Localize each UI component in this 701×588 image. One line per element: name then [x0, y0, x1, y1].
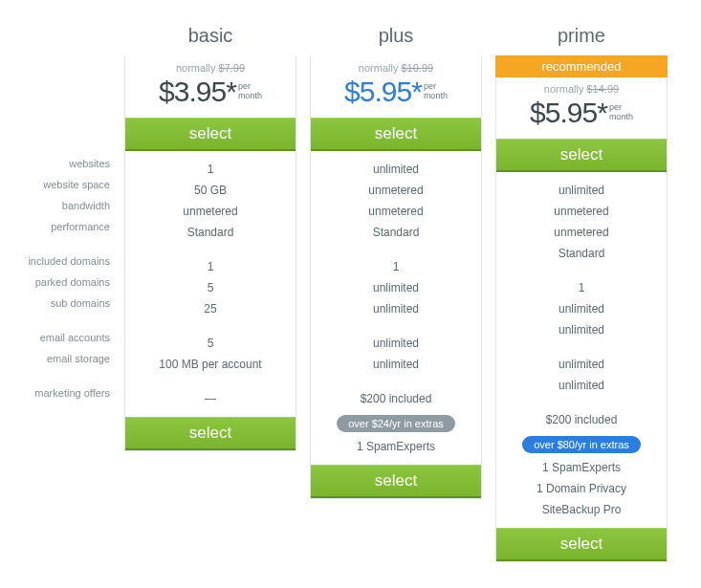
label-email-accounts: email accounts — [0, 327, 110, 348]
plan-prime-normal-price: $14.99 — [586, 83, 619, 95]
feat-prime-marketing: $200 included — [502, 409, 661, 430]
feat-basic-website-space: 50 GB — [131, 180, 290, 201]
label-sub-domains: sub domains — [0, 293, 110, 314]
label-website-space: website space — [0, 174, 110, 195]
select-basic-top-button[interactable]: select — [125, 118, 296, 151]
feat-plus-included-domains: 1 — [317, 256, 475, 277]
plan-plus-title: plus — [310, 19, 482, 56]
feat-prime-email-storage: unlimited — [502, 375, 661, 396]
label-websites: websites — [0, 153, 110, 174]
plan-prime-header: normally $14.99 $5.95* permonth — [496, 77, 667, 139]
plan-basic-features: 1 50 GB unmetered Standard 1 5 25 5 100 … — [125, 151, 296, 417]
prime-extra-2: SiteBackup Pro — [502, 499, 661, 520]
feat-plus-performance: Standard — [317, 222, 475, 243]
prime-extra-1: 1 Domain Privacy — [502, 478, 661, 499]
recommended-badge: recommended — [495, 55, 668, 77]
feat-basic-sub-domains: 25 — [131, 298, 290, 319]
plan-basic-header: normally $7.99 $3.95* permonth — [125, 56, 296, 118]
feat-basic-email-storage: 100 MB per account — [131, 354, 290, 375]
feat-plus-marketing: $200 included — [317, 388, 475, 409]
label-email-storage: email storage — [0, 348, 110, 369]
label-included-domains: included domains — [0, 250, 110, 272]
feat-prime-sub-domains: unlimited — [502, 319, 661, 340]
plan-basic-title: basic — [124, 19, 296, 56]
label-parked-domains: parked domains — [0, 272, 110, 293]
feat-basic-bandwidth: unmetered — [131, 201, 290, 222]
select-plus-bottom-button[interactable]: select — [311, 465, 481, 498]
plan-plus-normally: normally $10.99 — [311, 62, 481, 74]
feat-prime-performance: Standard — [502, 243, 661, 264]
plan-basic-price: $3.95* permonth — [125, 76, 296, 108]
feat-plus-sub-domains: unlimited — [317, 298, 475, 319]
select-plus-top-button[interactable]: select — [311, 118, 481, 151]
feat-plus-website-space: unmetered — [317, 180, 475, 201]
feature-labels-column: websites website space bandwidth perform… — [0, 19, 124, 403]
plan-prime: prime recommended normally $14.99 $5.95*… — [495, 19, 668, 562]
feat-plus-websites: unlimited — [317, 159, 475, 180]
plan-prime-price: $5.95* permonth — [496, 97, 667, 129]
feat-prime-email-accounts: unlimited — [502, 354, 661, 375]
feat-plus-email-accounts: unlimited — [317, 333, 475, 354]
plans-row: basic normally $7.99 $3.95* permonth sel… — [124, 19, 668, 562]
feat-prime-bandwidth: unmetered — [502, 222, 661, 243]
feat-prime-websites: unlimited — [502, 180, 661, 201]
select-basic-bottom-button[interactable]: select — [125, 417, 296, 450]
plan-prime-title: prime — [495, 19, 668, 56]
feat-basic-performance: Standard — [131, 222, 290, 243]
plan-plus-normal-price: $10.99 — [401, 62, 433, 74]
feat-plus-bandwidth: unmetered — [317, 201, 475, 222]
select-prime-top-button[interactable]: select — [496, 139, 667, 172]
pricing-table: websites website space bandwidth perform… — [0, 19, 701, 562]
plus-extra-0: 1 SpamExperts — [317, 436, 475, 457]
feat-basic-websites: 1 — [131, 159, 290, 180]
plan-plus-features: unlimited unmetered unmetered Standard 1… — [311, 151, 481, 465]
feat-prime-website-space: unmetered — [502, 201, 661, 222]
plan-prime-normally: normally $14.99 — [496, 83, 667, 95]
feat-basic-parked-domains: 5 — [131, 277, 290, 298]
plan-plus-price: $5.95* permonth — [311, 76, 481, 108]
plan-basic-normally: normally $7.99 — [125, 62, 296, 74]
select-prime-bottom-button[interactable]: select — [496, 528, 667, 561]
label-marketing-offers: marketing offers — [0, 382, 110, 403]
feat-plus-email-storage: unlimited — [317, 354, 475, 375]
label-bandwidth: bandwidth — [0, 195, 110, 216]
plan-prime-features: unlimited unmetered unmetered Standard 1… — [496, 172, 667, 528]
prime-extras-pill: over $80/yr in extras — [522, 436, 641, 453]
feat-basic-included-domains: 1 — [131, 256, 290, 277]
feat-basic-email-accounts: 5 — [131, 333, 290, 354]
feat-prime-parked-domains: unlimited — [502, 298, 661, 319]
label-performance: performance — [0, 216, 110, 237]
feat-basic-marketing: — — [131, 388, 290, 409]
plan-plus: plus normally $10.99 $5.95* permonth sel… — [310, 19, 482, 562]
feat-plus-parked-domains: unlimited — [317, 277, 475, 298]
plan-basic: basic normally $7.99 $3.95* permonth sel… — [124, 19, 296, 562]
feat-prime-included-domains: 1 — [502, 277, 661, 298]
plus-extras-pill: over $24/yr in extras — [337, 415, 455, 432]
prime-extra-0: 1 SpamExperts — [502, 457, 661, 478]
plan-basic-normal-price: $7.99 — [219, 62, 246, 74]
plan-plus-header: normally $10.99 $5.95* permonth — [311, 56, 481, 118]
